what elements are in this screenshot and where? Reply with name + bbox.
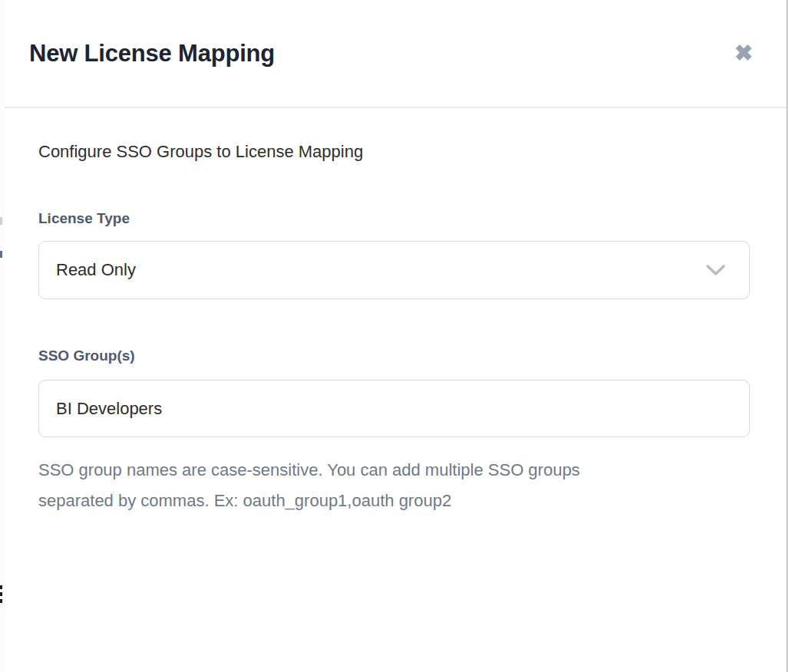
help-text-line-1: SSO group names are case-sensitive. You … bbox=[38, 455, 750, 486]
close-icon: ✖ bbox=[735, 41, 753, 65]
dialog-header: New License Mapping ✖ bbox=[5, 0, 787, 108]
chevron-down-icon bbox=[705, 264, 726, 276]
viewport-right-edge bbox=[787, 0, 787, 672]
page-behind-fragment bbox=[0, 585, 2, 589]
dialog-description: Configure SSO Groups to License Mapping bbox=[38, 142, 750, 162]
license-type-selected-value: Read Only bbox=[56, 260, 136, 280]
license-type-select[interactable]: Read Only bbox=[38, 241, 750, 299]
page-behind-fragment bbox=[0, 251, 2, 258]
page-behind-fragment bbox=[0, 217, 2, 225]
dialog-title: New License Mapping bbox=[29, 40, 275, 68]
dialog-body: Configure SSO Groups to License Mapping … bbox=[5, 108, 787, 516]
new-license-mapping-dialog: New License Mapping ✖ Configure SSO Grou… bbox=[5, 0, 787, 672]
sso-groups-help-text: SSO group names are case-sensitive. You … bbox=[38, 455, 750, 516]
sso-groups-label: SSO Group(s) bbox=[38, 348, 750, 364]
close-button[interactable]: ✖ bbox=[735, 42, 753, 64]
license-type-label: License Type bbox=[38, 210, 750, 227]
page-behind-fragment bbox=[0, 592, 2, 596]
sso-groups-input[interactable] bbox=[38, 380, 750, 437]
help-text-line-2: separated by commas. Ex: oauth_group1,oa… bbox=[38, 486, 750, 516]
page-behind-fragment bbox=[0, 599, 2, 603]
